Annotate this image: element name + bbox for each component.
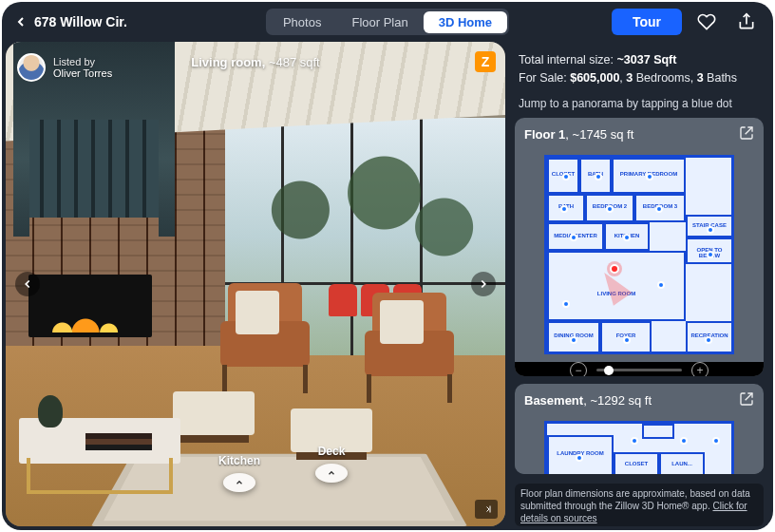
favorite-button[interactable] <box>691 7 722 37</box>
pano-dot[interactable] <box>680 437 688 445</box>
pano-dot[interactable] <box>562 173 570 180</box>
listed-by-label: Listed by <box>53 56 112 67</box>
pano-dot[interactable] <box>655 205 663 213</box>
avatar <box>17 53 46 82</box>
hotspot-kitchen[interactable]: Kitchen <box>218 454 260 492</box>
popout-icon <box>739 125 754 141</box>
tab-photos[interactable]: Photos <box>268 11 336 33</box>
zoom-track[interactable] <box>596 369 682 371</box>
popout-button[interactable] <box>739 391 754 409</box>
pano-dot[interactable] <box>712 437 720 445</box>
main-content: Listed by Oliver Torres Living room, ~48… <box>2 42 773 530</box>
hotspot-label: Kitchen <box>218 454 260 467</box>
tab-floorplan[interactable]: Floor Plan <box>336 11 423 33</box>
floorplan-basement[interactable]: LAUNDRY ROOM CLOSET LAUN... <box>515 417 764 474</box>
popout-icon <box>739 391 754 407</box>
floor-name: Basement <box>524 393 583 408</box>
floor-name: Floor 1 <box>524 127 565 142</box>
app-shell: 678 Willow Cir. Photos Floor Plan 3D Hom… <box>2 2 773 530</box>
popout-button[interactable] <box>739 125 754 143</box>
pano-dot[interactable] <box>570 336 577 344</box>
floor-card-1: Floor 1, ~1745 sq ft CLOSET BATH PRIMARY… <box>515 118 764 376</box>
pano-dot[interactable] <box>623 336 631 344</box>
view-tabs: Photos Floor Plan 3D Home <box>266 9 509 35</box>
pano-dot[interactable] <box>595 173 602 180</box>
pano-dot[interactable] <box>705 336 712 344</box>
pano-dot[interactable] <box>570 234 577 241</box>
pano-dot[interactable] <box>657 281 665 289</box>
zoom-slider: − + <box>515 362 764 376</box>
jump-hint: Jump to a panorama by tapping a blue dot <box>511 89 767 118</box>
hotspot-deck[interactable]: Deck <box>315 445 348 483</box>
listed-by[interactable]: Listed by Oliver Torres <box>17 53 112 82</box>
share-button[interactable] <box>731 7 762 37</box>
current-location-dot <box>610 264 619 274</box>
address-title: 678 Willow Cir. <box>34 14 127 29</box>
tour-button[interactable]: Tour <box>612 9 682 35</box>
floor-area: ~1292 sq ft <box>590 393 652 408</box>
hotspot-disc-icon <box>223 473 255 492</box>
panel-right-icon <box>480 504 493 515</box>
panorama-view[interactable]: Listed by Oliver Torres Living room, ~48… <box>6 42 505 526</box>
zoom-out-button[interactable]: − <box>570 362 587 376</box>
hotspot-disc-icon <box>315 464 348 483</box>
prev-pano-button[interactable] <box>15 272 40 296</box>
listing-stats: Total internal size: ~3037 Sqft For Sale… <box>511 42 767 89</box>
floor-card-basement: Basement, ~1292 sq ft LAUNDRY ROOM CLOSE… <box>515 384 764 474</box>
chevron-right-icon <box>477 277 490 291</box>
pano-dot[interactable] <box>631 437 638 445</box>
hotspot-label: Deck <box>318 445 346 458</box>
tab-3d-home[interactable]: 3D Home <box>424 11 507 33</box>
pano-dot[interactable] <box>646 173 653 180</box>
agent-name: Oliver Torres <box>53 67 112 79</box>
expand-panel-button[interactable] <box>475 500 498 519</box>
share-icon <box>737 12 756 31</box>
disclaimer: Floor plan dimensions are approximate, b… <box>515 484 764 526</box>
pano-dot[interactable] <box>606 205 614 213</box>
floorplan-1[interactable]: CLOSET BATH PRIMARY BEDROOM BATH BEDROOM… <box>515 151 764 362</box>
pano-dot[interactable] <box>707 226 714 234</box>
zoom-in-button[interactable]: + <box>691 362 709 376</box>
back-area[interactable]: 678 Willow Cir. <box>13 14 127 29</box>
zillow-logo: Z <box>475 51 496 72</box>
pano-dot[interactable] <box>707 251 714 258</box>
next-pano-button[interactable] <box>471 272 496 296</box>
side-panel: Total internal size: ~3037 Sqft For Sale… <box>511 42 769 526</box>
pano-dot[interactable] <box>576 454 583 462</box>
pano-dot[interactable] <box>623 234 631 241</box>
chevron-left-icon <box>13 14 28 29</box>
floor-area: ~1745 sq ft <box>573 127 634 142</box>
chevron-left-icon <box>21 277 34 291</box>
current-room-label: Living room, ~487 sqft <box>191 55 319 69</box>
top-bar: 678 Willow Cir. Photos Floor Plan 3D Hom… <box>2 2 773 42</box>
pano-dot[interactable] <box>560 205 568 213</box>
pano-dot[interactable] <box>562 300 570 308</box>
heart-icon <box>697 12 716 31</box>
